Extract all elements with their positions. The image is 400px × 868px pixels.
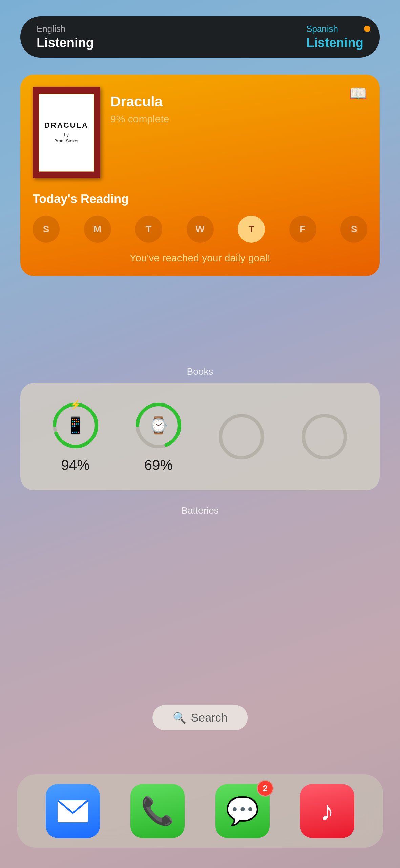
today-reading-label: Today's Reading <box>33 192 367 206</box>
book-info: Dracula 9% complete <box>110 87 169 125</box>
english-value: Listening <box>37 36 94 50</box>
battery-item-2 <box>216 411 267 462</box>
search-button[interactable]: 🔍 Search <box>152 705 248 730</box>
charging-bolt-0: ⚡ <box>70 399 81 410</box>
batteries-row: ⚡📱94%⌚69% <box>34 400 366 473</box>
books-top-section: DRACULA byBram Stoker Dracula 9% complet… <box>33 87 367 178</box>
books-app-icon: 📖 <box>349 85 367 102</box>
battery-item-0: ⚡📱94% <box>50 400 101 473</box>
day-circle-f5: F <box>289 216 316 243</box>
battery-ring-0: ⚡📱 <box>50 400 101 451</box>
spanish-value: Listening <box>306 36 363 50</box>
day-circle-s0: S <box>33 216 60 243</box>
battery-percentage-1: 69% <box>144 457 173 473</box>
language-toggle-bar[interactable]: English Listening Spanish Listening <box>20 16 380 58</box>
book-progress: 9% complete <box>110 113 169 125</box>
dock: 📞 💬 2 ♪ <box>17 774 383 848</box>
dock-messages-icon[interactable]: 💬 2 <box>215 784 270 838</box>
spanish-label: Spanish <box>306 24 363 34</box>
batteries-widget-label: Batteries <box>0 505 400 516</box>
book-cover-title: DRACULA <box>44 121 88 130</box>
batteries-widget: ⚡📱94%⌚69% <box>20 383 380 490</box>
svg-point-1 <box>55 405 97 447</box>
dock-music-icon[interactable]: ♪ <box>300 784 354 838</box>
dock-phone-icon[interactable]: 📞 <box>130 784 185 838</box>
books-widget-label: Books <box>0 366 400 377</box>
messages-badge: 2 <box>257 780 274 797</box>
books-widget[interactable]: 📖 DRACULA byBram Stoker Dracula 9% compl… <box>20 75 380 276</box>
svg-point-4 <box>220 416 262 458</box>
book-title: Dracula <box>110 94 169 110</box>
day-circle-t4: T <box>238 216 265 243</box>
goal-message: You've reached your daily goal! <box>33 252 367 264</box>
english-section: English Listening <box>37 24 94 50</box>
battery-ring-1: ⌚ <box>133 400 184 451</box>
day-circle-w3: W <box>187 216 214 243</box>
english-label: English <box>37 24 94 34</box>
day-circle-s6: S <box>340 216 367 243</box>
day-circle-t2: T <box>135 216 162 243</box>
battery-ring-2 <box>216 411 267 462</box>
search-icon: 🔍 <box>173 711 186 724</box>
phone-symbol: 📞 <box>141 795 174 827</box>
battery-item-1: ⌚69% <box>133 400 184 473</box>
music-symbol: ♪ <box>320 795 334 827</box>
mail-envelope-svg <box>58 800 88 822</box>
spanish-section: Spanish Listening <box>306 24 363 50</box>
day-circle-m1: M <box>84 216 111 243</box>
battery-ring-3 <box>299 411 350 462</box>
book-cover: DRACULA byBram Stoker <box>33 87 100 178</box>
messages-symbol: 💬 <box>226 795 259 827</box>
svg-point-5 <box>303 416 345 458</box>
book-cover-author: byBram Stoker <box>54 132 79 144</box>
days-row: SMTWTFS <box>33 216 367 243</box>
battery-item-3 <box>299 411 350 462</box>
dock-mail-icon[interactable] <box>46 784 100 838</box>
notification-dot <box>364 26 370 32</box>
battery-percentage-0: 94% <box>61 457 90 473</box>
search-label: Search <box>191 711 228 724</box>
